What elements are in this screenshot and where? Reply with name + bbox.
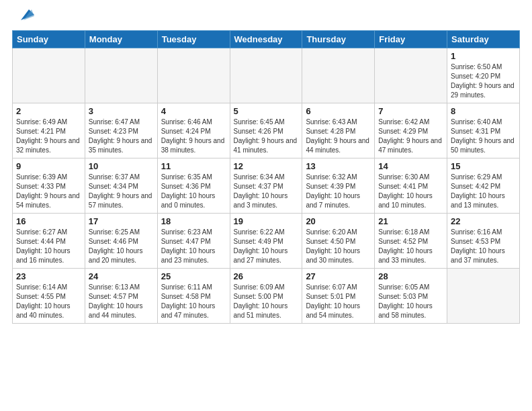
day-cell: 14Sunrise: 6:30 AM Sunset: 4:41 PM Dayli…: [375, 158, 447, 214]
day-cell: 8Sunrise: 6:40 AM Sunset: 4:31 PM Daylig…: [447, 103, 520, 158]
day-number: 4: [161, 106, 226, 116]
day-info: Sunrise: 6:18 AM Sunset: 4:52 PM Dayligh…: [378, 228, 443, 265]
day-cell: 1Sunrise: 6:50 AM Sunset: 4:20 PM Daylig…: [447, 48, 520, 103]
day-number: 14: [378, 161, 443, 171]
day-cell: 16Sunrise: 6:27 AM Sunset: 4:44 PM Dayli…: [13, 214, 85, 269]
day-cell: [230, 48, 302, 103]
week-row-1: 2Sunrise: 6:49 AM Sunset: 4:21 PM Daylig…: [13, 103, 520, 158]
day-number: 12: [234, 161, 299, 171]
day-number: 24: [89, 271, 154, 281]
day-number: 5: [234, 106, 299, 116]
day-info: Sunrise: 6:43 AM Sunset: 4:28 PM Dayligh…: [306, 118, 371, 155]
weekday-header-sunday: Sunday: [13, 31, 85, 48]
weekday-header-monday: Monday: [85, 31, 157, 48]
day-info: Sunrise: 6:14 AM Sunset: 4:55 PM Dayligh…: [16, 283, 81, 320]
day-cell: 5Sunrise: 6:45 AM Sunset: 4:26 PM Daylig…: [230, 103, 302, 158]
day-cell: [85, 48, 157, 103]
day-cell: 22Sunrise: 6:16 AM Sunset: 4:53 PM Dayli…: [447, 214, 520, 269]
day-number: 13: [306, 161, 371, 171]
weekday-header-wednesday: Wednesday: [230, 31, 302, 48]
day-number: 18: [161, 216, 226, 226]
day-number: 19: [234, 216, 299, 226]
week-row-0: 1Sunrise: 6:50 AM Sunset: 4:20 PM Daylig…: [13, 48, 520, 103]
weekday-header-saturday: Saturday: [447, 31, 520, 48]
day-cell: 26Sunrise: 6:09 AM Sunset: 5:00 PM Dayli…: [230, 269, 302, 324]
logo: [12, 11, 34, 25]
week-row-2: 9Sunrise: 6:39 AM Sunset: 4:33 PM Daylig…: [13, 158, 520, 214]
day-number: 6: [306, 106, 371, 116]
day-info: Sunrise: 6:45 AM Sunset: 4:26 PM Dayligh…: [234, 118, 299, 155]
day-cell: [447, 269, 520, 324]
day-number: 22: [451, 216, 516, 226]
week-row-3: 16Sunrise: 6:27 AM Sunset: 4:44 PM Dayli…: [13, 214, 520, 269]
day-info: Sunrise: 6:32 AM Sunset: 4:39 PM Dayligh…: [306, 173, 371, 210]
day-info: Sunrise: 6:11 AM Sunset: 4:58 PM Dayligh…: [161, 283, 226, 320]
day-number: 17: [89, 216, 154, 226]
day-info: Sunrise: 6:40 AM Sunset: 4:31 PM Dayligh…: [451, 118, 516, 155]
day-cell: 23Sunrise: 6:14 AM Sunset: 4:55 PM Dayli…: [13, 269, 85, 324]
day-number: 23: [16, 271, 81, 281]
day-number: 15: [451, 161, 516, 171]
day-info: Sunrise: 6:37 AM Sunset: 4:34 PM Dayligh…: [89, 173, 154, 210]
day-number: 21: [378, 216, 443, 226]
day-cell: 25Sunrise: 6:11 AM Sunset: 4:58 PM Dayli…: [157, 269, 230, 324]
day-cell: 7Sunrise: 6:42 AM Sunset: 4:29 PM Daylig…: [375, 103, 447, 158]
day-info: Sunrise: 6:16 AM Sunset: 4:53 PM Dayligh…: [451, 228, 516, 265]
day-cell: 21Sunrise: 6:18 AM Sunset: 4:52 PM Dayli…: [375, 214, 447, 269]
day-info: Sunrise: 6:13 AM Sunset: 4:57 PM Dayligh…: [89, 283, 154, 320]
weekday-header-row: SundayMondayTuesdayWednesdayThursdayFrid…: [13, 31, 520, 48]
day-info: Sunrise: 6:50 AM Sunset: 4:20 PM Dayligh…: [451, 62, 516, 100]
calendar-table: SundayMondayTuesdayWednesdayThursdayFrid…: [12, 30, 520, 324]
day-number: 7: [378, 106, 443, 116]
page: SundayMondayTuesdayWednesdayThursdayFrid…: [0, 0, 532, 411]
day-cell: 13Sunrise: 6:32 AM Sunset: 4:39 PM Dayli…: [302, 158, 375, 214]
day-info: Sunrise: 6:39 AM Sunset: 4:33 PM Dayligh…: [16, 173, 81, 210]
day-cell: 2Sunrise: 6:49 AM Sunset: 4:21 PM Daylig…: [13, 103, 85, 158]
day-cell: 27Sunrise: 6:07 AM Sunset: 5:01 PM Dayli…: [302, 269, 375, 324]
day-cell: 24Sunrise: 6:13 AM Sunset: 4:57 PM Dayli…: [85, 269, 157, 324]
day-info: Sunrise: 6:34 AM Sunset: 4:37 PM Dayligh…: [234, 173, 299, 210]
weekday-header-friday: Friday: [375, 31, 447, 48]
day-info: Sunrise: 6:35 AM Sunset: 4:36 PM Dayligh…: [161, 173, 226, 210]
day-cell: [157, 48, 230, 103]
day-number: 1: [451, 51, 516, 61]
day-cell: 4Sunrise: 6:46 AM Sunset: 4:24 PM Daylig…: [157, 103, 230, 158]
day-cell: 19Sunrise: 6:22 AM Sunset: 4:49 PM Dayli…: [230, 214, 302, 269]
day-number: 16: [16, 216, 81, 226]
week-row-4: 23Sunrise: 6:14 AM Sunset: 4:55 PM Dayli…: [13, 269, 520, 324]
day-cell: 12Sunrise: 6:34 AM Sunset: 4:37 PM Dayli…: [230, 158, 302, 214]
day-cell: 28Sunrise: 6:05 AM Sunset: 5:03 PM Dayli…: [375, 269, 447, 324]
day-info: Sunrise: 6:05 AM Sunset: 5:03 PM Dayligh…: [378, 283, 443, 320]
day-info: Sunrise: 6:27 AM Sunset: 4:44 PM Dayligh…: [16, 228, 81, 265]
day-number: 27: [306, 271, 371, 281]
day-cell: 9Sunrise: 6:39 AM Sunset: 4:33 PM Daylig…: [13, 158, 85, 214]
day-cell: 17Sunrise: 6:25 AM Sunset: 4:46 PM Dayli…: [85, 214, 157, 269]
day-cell: 10Sunrise: 6:37 AM Sunset: 4:34 PM Dayli…: [85, 158, 157, 214]
day-number: 20: [306, 216, 371, 226]
weekday-header-tuesday: Tuesday: [157, 31, 230, 48]
day-number: 11: [161, 161, 226, 171]
day-cell: [375, 48, 447, 103]
day-info: Sunrise: 6:22 AM Sunset: 4:49 PM Dayligh…: [234, 228, 299, 265]
logo-icon: [14, 7, 34, 24]
day-cell: 15Sunrise: 6:29 AM Sunset: 4:42 PM Dayli…: [447, 158, 520, 214]
day-number: 10: [89, 161, 154, 171]
day-number: 3: [89, 106, 154, 116]
day-cell: [302, 48, 375, 103]
day-number: 9: [16, 161, 81, 171]
day-number: 25: [161, 271, 226, 281]
day-info: Sunrise: 6:07 AM Sunset: 5:01 PM Dayligh…: [306, 283, 371, 320]
day-number: 8: [451, 106, 516, 116]
day-info: Sunrise: 6:20 AM Sunset: 4:50 PM Dayligh…: [306, 228, 371, 265]
day-cell: 20Sunrise: 6:20 AM Sunset: 4:50 PM Dayli…: [302, 214, 375, 269]
day-cell: 11Sunrise: 6:35 AM Sunset: 4:36 PM Dayli…: [157, 158, 230, 214]
day-cell: 3Sunrise: 6:47 AM Sunset: 4:23 PM Daylig…: [85, 103, 157, 158]
day-cell: 6Sunrise: 6:43 AM Sunset: 4:28 PM Daylig…: [302, 103, 375, 158]
day-info: Sunrise: 6:25 AM Sunset: 4:46 PM Dayligh…: [89, 228, 154, 265]
day-info: Sunrise: 6:30 AM Sunset: 4:41 PM Dayligh…: [378, 173, 443, 210]
day-cell: [13, 48, 85, 103]
day-info: Sunrise: 6:47 AM Sunset: 4:23 PM Dayligh…: [89, 118, 154, 155]
day-info: Sunrise: 6:23 AM Sunset: 4:47 PM Dayligh…: [161, 228, 226, 265]
day-info: Sunrise: 6:46 AM Sunset: 4:24 PM Dayligh…: [161, 118, 226, 155]
day-number: 26: [234, 271, 299, 281]
